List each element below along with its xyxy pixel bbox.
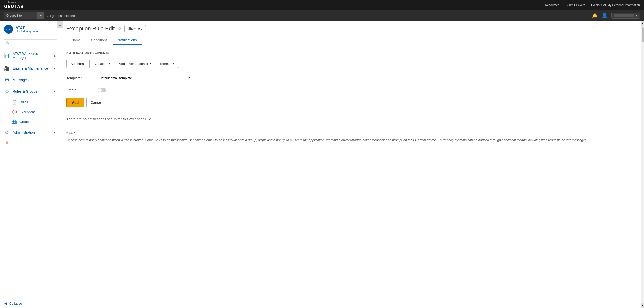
email-input-wrapper: @att.com xyxy=(96,86,191,94)
scroll-up-button[interactable]: ▲ xyxy=(641,21,644,26)
no-notifications-message: There are no notifications set up for th… xyxy=(66,113,635,125)
right-scrollbar[interactable]: ▲ ▼ xyxy=(641,21,644,308)
user-icon[interactable]: 👤 xyxy=(602,13,607,18)
scroll-thumb[interactable] xyxy=(642,27,644,42)
groups-filter-dropdown-arrow[interactable]: ▼ xyxy=(37,12,44,19)
workforce-manager-label: AT&T Workforce Manager xyxy=(13,52,50,60)
filter-bar-right: 🔔 👤 ▼ xyxy=(592,13,640,19)
exceptions-sub-icon: 🚫 xyxy=(12,110,17,114)
tab-name[interactable]: Name xyxy=(66,36,86,45)
help-text: Choose how to notify someone when a rule… xyxy=(66,138,635,143)
template-label: Template: xyxy=(66,76,92,80)
show-help-button[interactable]: Show help xyxy=(124,25,146,32)
company-sub: Fleet Management xyxy=(16,30,39,33)
sidebar-search-area xyxy=(0,37,60,48)
scroll-down-button[interactable]: ▼ xyxy=(641,303,644,308)
email-label: Email: xyxy=(66,88,92,92)
groups-sub-icon: 👥 xyxy=(12,119,17,124)
notifications-bell-icon[interactable]: 🔔 xyxy=(592,13,598,18)
rules-groups-icon: ⊙ xyxy=(4,89,10,94)
top-nav-links: Resources Submit Tickets Do Not Sell My … xyxy=(545,3,640,7)
logo-area: Powered by GEOTAB xyxy=(4,1,24,9)
company-info: AT&T Fleet Management xyxy=(16,26,39,33)
sidebar-item-rules-groups[interactable]: ⊙ Rules & Groups ▲ xyxy=(0,86,60,97)
cancel-button[interactable]: Cancel xyxy=(86,98,106,107)
svg-text:AT&T: AT&T xyxy=(5,28,12,31)
messages-label: Messages xyxy=(13,78,56,82)
more-caret-icon: ▼ xyxy=(172,62,175,65)
tab-notifications[interactable]: Notifications xyxy=(113,36,142,45)
action-buttons: Add Cancel xyxy=(66,98,635,107)
rules-groups-label: Rules & Groups xyxy=(13,89,50,93)
email-toggle-switch[interactable] xyxy=(98,88,106,92)
more-button[interactable]: More... ▼ xyxy=(156,60,179,68)
sidebar-sub-item-exceptions[interactable]: 🚫 Exceptions xyxy=(0,107,60,117)
engine-maintenance-chevron: ▼ xyxy=(53,67,56,70)
extra-label: ... xyxy=(13,142,56,146)
notification-recipients-title: NOTIFICATION RECIPIENTS xyxy=(66,51,635,55)
att-logo-icon: AT&T xyxy=(5,26,12,33)
add-alert-button[interactable]: Add alert ▼ xyxy=(90,60,115,68)
user-name-text xyxy=(614,14,634,17)
powered-by-text: Powered by GEOTAB xyxy=(4,1,24,9)
do-not-sell-link[interactable]: Do Not Sell My Personal Information xyxy=(591,3,640,7)
add-button[interactable]: Add xyxy=(66,98,84,107)
groups-filter-label: Groups filter xyxy=(4,14,37,17)
rules-sub-label: Rules xyxy=(20,100,28,104)
groups-filter-select[interactable]: Groups filter ▼ xyxy=(4,12,44,19)
resources-link[interactable]: Resources xyxy=(545,3,559,7)
top-navigation-bar: Powered by GEOTAB Resources Submit Ticke… xyxy=(0,0,644,10)
administration-chevron: ▼ xyxy=(53,131,56,134)
administration-label: Administration xyxy=(13,130,50,134)
main-layout: AT&T AT&T Fleet Management 📊 AT&T Workfo… xyxy=(0,21,644,308)
page-title: Exception Rule Edit xyxy=(66,25,115,32)
email-row: Email: @att.com xyxy=(66,86,635,94)
sidebar-item-engine-maintenance[interactable]: 🎥 Engine & Maintenance ▼ xyxy=(0,63,60,74)
sidebar-toggle-button[interactable]: ▲ xyxy=(57,21,60,28)
sidebar-collapse-button[interactable]: ◀ Collapse xyxy=(0,299,60,308)
engine-maintenance-icon: 🎥 xyxy=(4,66,10,71)
exceptions-sub-label: Exceptions xyxy=(20,110,36,114)
page-title-row: Exception Rule Edit ☆ Show help xyxy=(66,25,635,32)
email-input[interactable]: @att.com xyxy=(96,86,191,94)
tab-conditions[interactable]: Conditions xyxy=(86,36,112,45)
sidebar-search-input[interactable] xyxy=(3,39,57,46)
favorite-star-icon[interactable]: ☆ xyxy=(118,26,121,31)
tab-bar: Name Conditions Notifications xyxy=(66,36,635,45)
add-driver-feedback-caret-icon: ▼ xyxy=(149,62,152,65)
company-name: AT&T xyxy=(16,26,39,30)
company-logo: AT&T xyxy=(4,25,13,34)
template-select[interactable]: Default email template xyxy=(96,74,191,82)
collapse-label: Collapse xyxy=(9,302,22,305)
messages-icon: ✉ xyxy=(4,77,10,83)
template-row: Template: Default email template xyxy=(66,74,635,82)
add-notification-buttons: Add email Add alert ▼ Add driver feedbac… xyxy=(66,60,635,68)
sidebar-sub-item-groups[interactable]: 👥 Groups xyxy=(0,117,60,127)
rules-sub-icon: 📋 xyxy=(12,100,17,105)
rules-groups-chevron: ▲ xyxy=(53,90,56,93)
geotab-logo: GEOTAB xyxy=(4,4,24,9)
sidebar-sub-item-rules[interactable]: 📋 Rules xyxy=(0,97,60,107)
all-groups-label: All groups selected xyxy=(47,14,75,18)
engine-maintenance-label: Engine & Maintenance xyxy=(13,66,50,70)
extra-icon: 📍 xyxy=(4,141,10,147)
content-area: Exception Rule Edit ☆ Show help Name Con… xyxy=(60,21,641,308)
sidebar-item-administration[interactable]: ⚙ Administration ▼ xyxy=(0,127,60,138)
user-dropdown[interactable]: ▼ xyxy=(611,13,640,19)
sidebar-toggle-icon: ▲ xyxy=(59,23,60,26)
sidebar-item-messages[interactable]: ✉ Messages xyxy=(0,74,60,86)
email-toggle-thumb xyxy=(98,88,102,92)
help-title: HELP xyxy=(66,131,635,135)
add-driver-feedback-button[interactable]: Add driver feedback ▼ xyxy=(115,60,156,68)
sidebar-item-workforce-manager[interactable]: 📊 AT&T Workforce Manager ▲ xyxy=(0,48,60,63)
add-email-button[interactable]: Add email xyxy=(66,60,90,68)
sidebar-header: AT&T AT&T Fleet Management xyxy=(0,21,60,37)
user-dropdown-arrow: ▼ xyxy=(635,14,638,17)
workforce-manager-chevron: ▲ xyxy=(53,54,56,57)
sidebar-item-extra[interactable]: 📍 ... xyxy=(0,138,60,150)
submit-tickets-link[interactable]: Submit Tickets xyxy=(566,3,585,7)
sidebar: AT&T AT&T Fleet Management 📊 AT&T Workfo… xyxy=(0,21,60,308)
add-alert-caret-icon: ▼ xyxy=(108,62,111,65)
groups-sub-label: Groups xyxy=(20,120,30,124)
workforce-manager-icon: 📊 xyxy=(4,53,10,58)
